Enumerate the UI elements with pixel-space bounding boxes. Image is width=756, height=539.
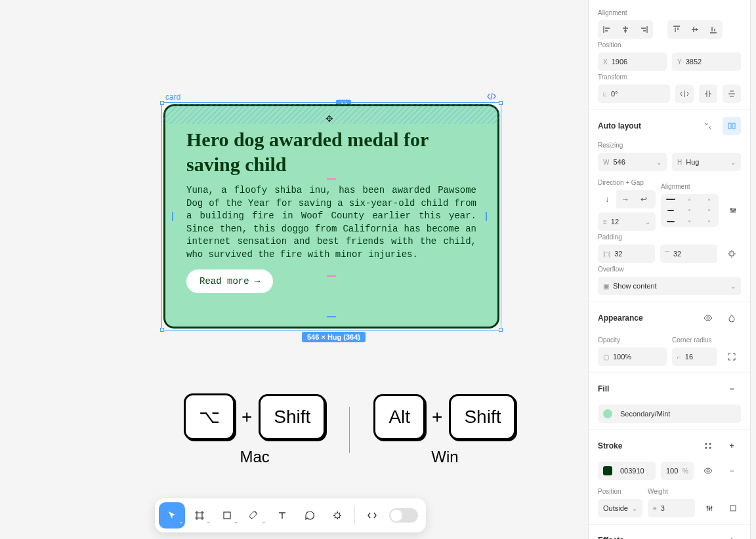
stroke-advanced-button[interactable] — [700, 499, 719, 517]
gap-indicator[interactable] — [327, 178, 336, 180]
stroke-visibility-button[interactable] — [699, 462, 717, 480]
corner-individual-button[interactable] — [723, 348, 741, 366]
align-left-button[interactable] — [598, 20, 616, 39]
direction-horizontal-button[interactable]: → — [616, 190, 635, 209]
properties-panel: Alignment Position X1906 Y3852 Transform… — [588, 0, 751, 539]
mac-label: Mac — [240, 448, 270, 466]
gap-icon: ≡ — [603, 218, 607, 226]
toolbar — [155, 498, 426, 532]
padding-individual-button[interactable] — [723, 245, 741, 263]
stroke-swatch — [603, 466, 612, 475]
y-position-field[interactable]: Y3852 — [672, 52, 741, 71]
align-vcenter-button[interactable] — [686, 20, 704, 39]
read-more-button[interactable]: Read more → — [186, 270, 273, 293]
stroke-opacity-field[interactable]: 100% — [661, 462, 694, 480]
height-field[interactable]: HHug — [672, 153, 741, 171]
auto-layout-title: Auto layout — [598, 121, 641, 130]
canvas[interactable]: card 32 Hero dog awarded medal for savin… — [0, 0, 588, 539]
svg-point-8 — [705, 443, 707, 445]
alt-key: Alt — [373, 394, 425, 440]
al-alignment-label: Alignment — [661, 183, 742, 190]
autolayout-remove-button[interactable] — [699, 117, 717, 135]
side-pad-indicator[interactable] — [486, 212, 491, 221]
visibility-toggle[interactable] — [699, 309, 717, 327]
resize-handle-br[interactable] — [499, 328, 503, 332]
plus-icon: + — [432, 407, 442, 428]
actions-tool[interactable] — [324, 502, 350, 529]
divider — [349, 407, 350, 453]
code-icon[interactable] — [487, 92, 496, 100]
svg-rect-1 — [728, 123, 731, 129]
flip-horizontal-button[interactable] — [675, 85, 694, 103]
resize-handle-bl[interactable] — [160, 328, 164, 332]
align-hcenter-button[interactable] — [616, 20, 635, 39]
gap-indicator[interactable] — [327, 275, 336, 277]
flip-vertical-button[interactable] — [699, 85, 717, 103]
comment-tool[interactable] — [297, 502, 323, 529]
align-bottom-button[interactable] — [704, 20, 723, 39]
alignment-settings-button[interactable] — [724, 201, 742, 220]
autolayout-add-button[interactable] — [723, 117, 741, 135]
stroke-sides-button[interactable] — [724, 499, 742, 517]
svg-point-14 — [708, 508, 710, 510]
stroke-pos-label: Position — [598, 488, 642, 495]
stroke-position-select[interactable]: Outside — [598, 499, 642, 517]
svg-rect-0 — [224, 512, 230, 519]
svg-point-10 — [705, 447, 707, 449]
direction-wrap-button[interactable]: ↩ — [635, 190, 653, 209]
resize-handle-tr[interactable] — [499, 101, 503, 105]
shape-tool[interactable] — [214, 502, 240, 529]
move-tool[interactable] — [159, 502, 185, 529]
padding-label: Padding — [598, 233, 741, 241]
overflow-select[interactable]: ▣Show content — [598, 277, 741, 295]
blend-mode-button[interactable] — [723, 309, 741, 327]
svg-point-13 — [706, 506, 708, 508]
rotation-field[interactable]: ⟀0° — [598, 85, 670, 103]
gap-field[interactable]: ≡12 — [598, 212, 656, 231]
side-pad-indicator[interactable] — [172, 212, 177, 221]
stroke-style-button[interactable] — [699, 437, 717, 455]
add-stroke-button[interactable]: + — [723, 437, 741, 455]
padding-h-icon: |□| — [603, 250, 610, 258]
appearance-title: Appearance — [598, 313, 643, 323]
align-top-button[interactable] — [667, 20, 686, 39]
win-label: Win — [431, 448, 458, 466]
width-field[interactable]: W546 — [598, 153, 667, 171]
gap-indicator[interactable] — [327, 316, 336, 317]
direction-vertical-button[interactable]: ↓ — [598, 190, 616, 209]
remove-fill-button[interactable]: − — [723, 380, 741, 398]
opacity-field[interactable]: ▢100% — [598, 348, 667, 366]
stroke-weight-field[interactable]: ≡3 — [648, 499, 695, 517]
frame-tool[interactable] — [186, 502, 213, 529]
align-right-button[interactable] — [635, 20, 653, 39]
x-position-field[interactable]: X1906 — [598, 52, 667, 71]
frame-label[interactable]: card — [165, 92, 180, 102]
dev-mode-icon[interactable] — [359, 502, 385, 529]
remove-stroke-button[interactable]: − — [723, 462, 741, 480]
card-frame[interactable]: Hero dog awarded medal for saving child … — [163, 104, 499, 329]
svg-point-11 — [709, 447, 711, 449]
dev-mode-toggle[interactable] — [389, 508, 418, 523]
more-transform-button[interactable] — [723, 85, 741, 103]
text-tool[interactable] — [269, 502, 295, 529]
corner-radius-field[interactable]: ⌐16 — [672, 348, 717, 366]
padding-h-field[interactable]: |□|32 — [598, 245, 655, 263]
resize-handle-tl[interactable] — [160, 101, 164, 105]
alignment-grid[interactable] — [661, 194, 719, 227]
shift-key: Shift — [259, 394, 326, 440]
svg-point-12 — [707, 469, 709, 472]
svg-point-15 — [710, 507, 712, 509]
dimension-badge: 546 × Hug (364) — [302, 332, 366, 342]
padding-v-field[interactable]: ⎴32 — [660, 245, 717, 263]
svg-point-4 — [732, 210, 734, 212]
svg-point-9 — [709, 443, 711, 445]
move-cursor-icon: ✥ — [326, 113, 333, 124]
pen-tool[interactable] — [242, 502, 268, 529]
stroke-color-field[interactable]: 003910 — [598, 462, 656, 480]
add-effect-button[interactable]: + — [723, 531, 741, 539]
effects-title: Effects — [598, 536, 624, 539]
fill-style-field[interactable]: Secondary/Mint — [598, 405, 741, 423]
svg-point-5 — [734, 209, 736, 211]
card-body: Yuna, a floofy shiba inu, has been award… — [186, 184, 476, 262]
svg-rect-2 — [732, 123, 735, 129]
